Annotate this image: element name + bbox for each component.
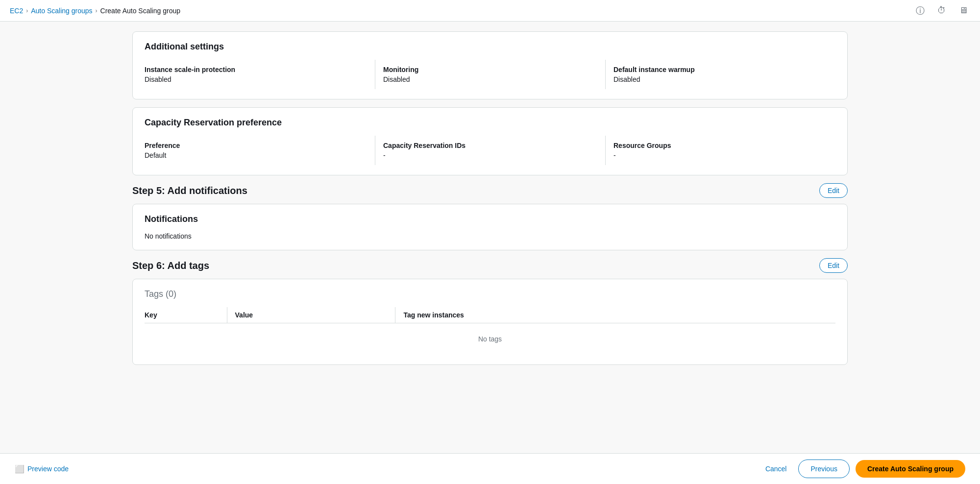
tags-card: Tags (0) Key Value Tag new instances No … <box>132 279 848 365</box>
instance-scale-in-protection-value: Disabled <box>145 75 367 83</box>
capacity-reservation-ids-label: Capacity Reservation IDs <box>383 142 597 149</box>
instance-scale-in-protection-label: Instance scale-in protection <box>145 66 367 73</box>
default-instance-warmup-cell: Default instance warmup Disabled <box>605 60 835 89</box>
tags-col-key: Key <box>145 307 227 323</box>
tags-table-header-row: Key Value Tag new instances <box>145 307 835 323</box>
default-instance-warmup-label: Default instance warmup <box>613 66 828 73</box>
step6-edit-button[interactable]: Edit <box>819 258 848 273</box>
terminal-icon-button[interactable]: 🖥 <box>956 4 970 18</box>
top-navigation: EC2 › Auto Scaling groups › Create Auto … <box>0 0 980 22</box>
breadcrumb-sep-1: › <box>26 7 28 14</box>
breadcrumb: EC2 › Auto Scaling groups › Create Auto … <box>10 7 180 15</box>
history-icon-button[interactable]: ⏱ <box>935 4 949 18</box>
preference-label: Preference <box>145 142 367 149</box>
capacity-reservation-card: Capacity Reservation preference Preferen… <box>132 107 848 175</box>
notifications-card: Notifications No notifications <box>132 204 848 250</box>
step5-header: Step 5: Add notifications Edit <box>132 183 848 198</box>
resource-groups-label: Resource Groups <box>613 142 828 149</box>
instance-scale-in-protection-cell: Instance scale-in protection Disabled <box>145 60 375 89</box>
preference-cell: Preference Default <box>145 136 375 165</box>
nav-icons: ⓘ ⏱ 🖥 <box>913 4 970 18</box>
step5-edit-button[interactable]: Edit <box>819 183 848 198</box>
capacity-reservation-ids-value: - <box>383 151 597 159</box>
breadcrumb-sep-2: › <box>96 7 98 14</box>
additional-settings-title: Additional settings <box>145 42 835 52</box>
notifications-title: Notifications <box>145 214 835 224</box>
info-icon: ⓘ <box>916 5 925 17</box>
step5-title: Step 5: Add notifications <box>132 185 247 196</box>
breadcrumb-current: Create Auto Scaling group <box>100 7 180 15</box>
main-content: Additional settings Instance scale-in pr… <box>118 22 862 422</box>
tags-empty-text: No tags <box>145 323 835 355</box>
no-notifications-text: No notifications <box>145 232 835 240</box>
breadcrumb-asg[interactable]: Auto Scaling groups <box>31 7 92 15</box>
step6-title: Step 6: Add tags <box>132 260 209 271</box>
default-instance-warmup-value: Disabled <box>613 75 828 83</box>
tags-count: (0) <box>166 289 176 299</box>
tags-col-tag-new-instances: Tag new instances <box>395 307 835 323</box>
additional-settings-grid: Instance scale-in protection Disabled Mo… <box>145 60 835 89</box>
tags-table: Key Value Tag new instances No tags <box>145 307 835 355</box>
tags-col-value: Value <box>227 307 395 323</box>
tags-empty-row: No tags <box>145 323 835 355</box>
breadcrumb-ec2[interactable]: EC2 <box>10 7 23 15</box>
tags-title: Tags (0) <box>145 289 835 299</box>
preference-value: Default <box>145 151 367 159</box>
capacity-reservation-grid: Preference Default Capacity Reservation … <box>145 136 835 165</box>
monitoring-label: Monitoring <box>383 66 597 73</box>
monitoring-cell: Monitoring Disabled <box>375 60 605 89</box>
info-icon-button[interactable]: ⓘ <box>913 4 927 18</box>
history-icon: ⏱ <box>937 5 946 16</box>
resource-groups-cell: Resource Groups - <box>605 136 835 165</box>
terminal-icon: 🖥 <box>959 5 968 16</box>
monitoring-value: Disabled <box>383 75 597 83</box>
additional-settings-card: Additional settings Instance scale-in pr… <box>132 31 848 99</box>
resource-groups-value: - <box>613 151 828 159</box>
step6-header: Step 6: Add tags Edit <box>132 258 848 273</box>
capacity-reservation-ids-cell: Capacity Reservation IDs - <box>375 136 605 165</box>
capacity-reservation-title: Capacity Reservation preference <box>145 118 835 128</box>
